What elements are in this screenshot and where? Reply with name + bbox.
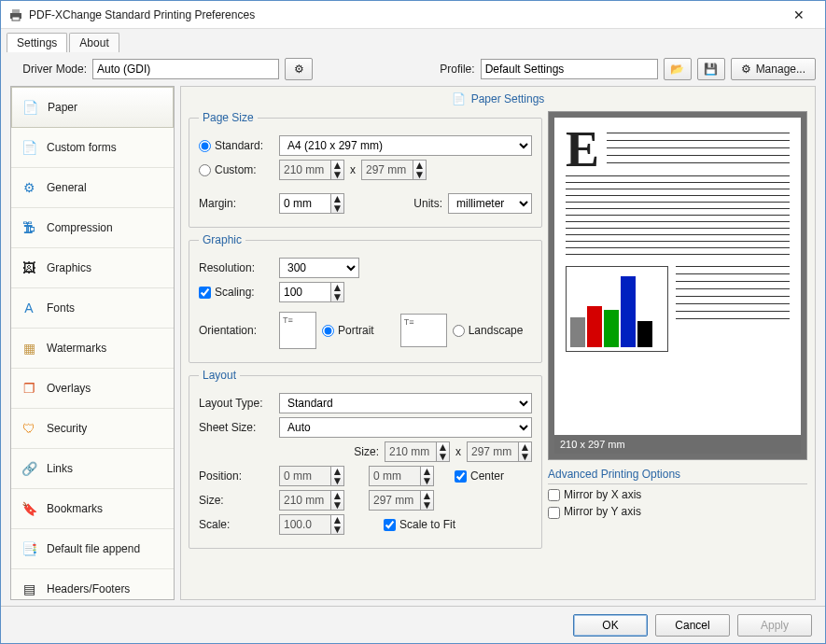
files-icon: 📑 [19, 539, 39, 559]
preview-chart [566, 266, 668, 352]
group-legend: Layout [199, 369, 240, 382]
tab-about[interactable]: About [69, 33, 119, 52]
bookmark-icon: 🔖 [19, 498, 39, 519]
position-y-input[interactable] [369, 466, 421, 486]
sidebar-item-security[interactable]: 🛡Security [11, 409, 174, 449]
sidebar-item-label: Paper [48, 101, 77, 114]
sidebar-item-graphics[interactable]: 🖼Graphics [11, 248, 174, 288]
sidebar-item-label: Watermarks [47, 342, 106, 355]
spinner-arrows[interactable]: ▲▼ [413, 160, 427, 180]
ok-button[interactable]: OK [573, 614, 648, 637]
spinner-arrows[interactable]: ▲▼ [519, 441, 532, 462]
mirror-x-checkbox-label[interactable]: Mirror by X axis [548, 488, 641, 501]
sidebar-item-label: Bookmarks [47, 502, 103, 515]
preview-letter-icon: E [566, 129, 599, 170]
orientation-label: Orientation: [199, 324, 273, 337]
margin-input[interactable] [279, 193, 331, 214]
sidebar-item-headers-footers[interactable]: ▤Headers/Footers [11, 569, 174, 600]
driver-mode-label: Driver Mode: [10, 63, 87, 76]
portrait-radio[interactable] [322, 325, 334, 337]
folder-open-icon: 📂 [670, 63, 684, 76]
spinner-arrows[interactable]: ▲▼ [421, 490, 434, 511]
close-button[interactable]: ✕ [780, 7, 818, 22]
sidebar-item-overlays[interactable]: ❐Overlays [11, 369, 174, 409]
landscape-radio[interactable] [453, 325, 465, 337]
scale-to-fit-checkbox-label[interactable]: Scale to Fit [384, 518, 455, 531]
manage-button[interactable]: ⚙Manage... [731, 58, 816, 80]
center-checkbox[interactable] [455, 470, 467, 483]
layout-size-label: Size: [199, 494, 273, 507]
sidebar-item-custom-forms[interactable]: 📄Custom forms [11, 128, 174, 168]
profile-open-button[interactable]: 📂 [664, 58, 692, 80]
page-plus-icon: 📄 [19, 137, 39, 158]
units-select[interactable]: millimeter [448, 193, 532, 214]
sidebar-item-compression[interactable]: 🗜Compression [11, 208, 174, 248]
group-layout: Layout Layout Type: Standard Sheet Size:… [189, 369, 542, 549]
sheet-size-select[interactable]: Auto [279, 417, 532, 438]
sheet-dim-label: Size: [354, 445, 379, 458]
standard-size-select[interactable]: A4 (210 x 297 mm) [279, 135, 532, 156]
mirror-y-checkbox[interactable] [548, 507, 560, 519]
standard-radio-label[interactable]: Standard: [199, 139, 273, 152]
scale-to-fit-checkbox[interactable] [384, 519, 396, 531]
sidebar-item-fonts[interactable]: AFonts [11, 288, 174, 329]
standard-radio[interactable] [199, 140, 211, 152]
margin-label: Margin: [199, 197, 273, 210]
profile-save-button[interactable]: 💾 [697, 58, 725, 80]
sheet-width-input[interactable] [385, 441, 437, 462]
custom-radio-label[interactable]: Custom: [199, 163, 273, 176]
layout-width-input[interactable] [279, 490, 331, 511]
scaling-checkbox-label[interactable]: Scaling: [199, 286, 273, 299]
sidebar-item-bookmarks[interactable]: 🔖Bookmarks [11, 489, 174, 529]
sidebar-item-default-file-append[interactable]: 📑Default file append [11, 529, 174, 569]
driver-mode-gear-button[interactable]: ⚙ [285, 58, 313, 80]
spinner-arrows[interactable]: ▲▼ [331, 514, 344, 535]
spinner-arrows[interactable]: ▲▼ [331, 490, 344, 511]
sheet-height-input[interactable] [467, 441, 519, 462]
spinner-arrows[interactable]: ▲▼ [331, 466, 344, 486]
scaling-checkbox[interactable] [199, 287, 211, 299]
spinner-arrows[interactable]: ▲▼ [331, 282, 344, 302]
profile-select[interactable] [481, 59, 658, 79]
center-checkbox-label[interactable]: Center [455, 469, 504, 483]
apply-button[interactable]: Apply [737, 614, 812, 637]
scaling-input[interactable] [279, 282, 331, 302]
sidebar-item-links[interactable]: 🔗Links [11, 449, 174, 489]
sidebar-item-label: Custom forms [47, 141, 117, 154]
sidebar-item-watermarks[interactable]: ▦Watermarks [11, 329, 174, 369]
font-icon: A [19, 298, 39, 318]
tab-settings[interactable]: Settings [7, 33, 67, 52]
spinner-arrows[interactable]: ▲▼ [421, 466, 434, 486]
custom-radio[interactable] [199, 164, 211, 176]
sidebar-item-label: Headers/Footers [47, 582, 130, 595]
sidebar-item-general[interactable]: ⚙General [11, 168, 174, 208]
profile-label: Profile: [440, 63, 474, 76]
resolution-select[interactable]: 300 [279, 258, 359, 278]
cancel-button[interactable]: Cancel [655, 614, 730, 637]
portrait-radio-label[interactable]: Portrait [322, 324, 374, 337]
landscape-radio-label[interactable]: Landscape [453, 324, 524, 337]
driver-mode-select[interactable] [92, 59, 279, 79]
svg-rect-2 [12, 17, 20, 21]
sidebar-item-label: Links [47, 462, 73, 475]
custom-height-input[interactable] [361, 160, 413, 180]
group-legend: Page Size [199, 111, 258, 124]
mirror-x-checkbox[interactable] [548, 489, 560, 501]
gear-list-icon: ⚙ [19, 177, 39, 198]
resolution-label: Resolution: [199, 261, 273, 274]
preview-caption: 210 x 297 mm [554, 435, 801, 454]
sidebar-item-paper[interactable]: 📄Paper [11, 87, 174, 128]
sidebar-item-label: General [47, 181, 87, 194]
position-x-input[interactable] [279, 466, 331, 486]
layout-height-input[interactable] [369, 490, 421, 511]
page-icon: 📄 [20, 97, 40, 118]
spinner-arrows[interactable]: ▲▼ [437, 441, 450, 462]
mirror-y-checkbox-label[interactable]: Mirror by Y axis [548, 505, 641, 518]
overlay-icon: ❐ [19, 378, 39, 399]
custom-width-input[interactable] [279, 160, 331, 180]
image-icon: 🖼 [19, 258, 39, 278]
layout-type-select[interactable]: Standard [279, 393, 532, 413]
scale-input[interactable] [279, 514, 331, 535]
spinner-arrows[interactable]: ▲▼ [331, 193, 344, 214]
spinner-arrows[interactable]: ▲▼ [331, 160, 344, 180]
